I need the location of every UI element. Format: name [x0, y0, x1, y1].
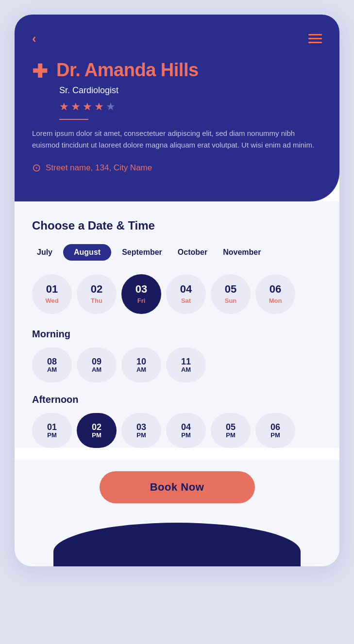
- day-01[interactable]: 01 Wed: [32, 274, 72, 314]
- time-val-04pm: 04: [181, 423, 191, 431]
- header-section: ‹ ✚ Dr. Amanda Hills Sr. Cardiologist ★ …: [15, 15, 339, 201]
- day-name-03: Fri: [137, 297, 146, 304]
- day-num-06: 06: [270, 284, 281, 295]
- time-period-04pm: PM: [181, 431, 191, 439]
- time-val-06pm: 06: [270, 423, 280, 431]
- day-num-01: 01: [46, 284, 58, 295]
- month-july[interactable]: July: [32, 245, 57, 260]
- doctor-specialty: Sr. Cardiologist: [59, 85, 322, 96]
- month-october[interactable]: October: [173, 245, 212, 260]
- time-val-10am: 10: [136, 357, 146, 366]
- afternoon-label: Afternoon: [32, 394, 322, 405]
- star-3: ★: [83, 100, 92, 113]
- time-period-06pm: PM: [270, 431, 280, 439]
- time-period-08am: AM: [47, 366, 57, 373]
- time-val-05pm: 05: [226, 423, 236, 431]
- time-04pm[interactable]: 04 PM: [166, 413, 206, 448]
- star-4: ★: [94, 100, 104, 113]
- time-11am[interactable]: 11 AM: [166, 347, 206, 382]
- menu-button[interactable]: [308, 34, 322, 43]
- time-period-05pm: PM: [226, 431, 236, 439]
- star-5: ★: [106, 100, 116, 113]
- time-period-02pm: PM: [92, 431, 101, 439]
- star-2: ★: [71, 100, 81, 113]
- day-num-02: 02: [91, 284, 102, 295]
- time-val-02pm: 02: [92, 423, 101, 431]
- time-val-08am: 08: [47, 357, 57, 366]
- star-1: ★: [59, 100, 69, 113]
- location-text: Street name, 134, City Name: [46, 163, 152, 173]
- time-10am[interactable]: 10 AM: [121, 347, 161, 382]
- month-august[interactable]: August: [63, 244, 111, 261]
- time-03pm[interactable]: 03 PM: [121, 413, 161, 448]
- day-num-04: 04: [180, 284, 192, 295]
- menu-line-3: [308, 42, 322, 43]
- book-now-button[interactable]: Book Now: [100, 471, 255, 503]
- day-name-01: Wed: [45, 297, 58, 304]
- month-september[interactable]: September: [117, 245, 167, 260]
- time-02pm[interactable]: 02 PM: [77, 413, 117, 448]
- morning-slots: 08 AM 09 AM 10 AM 11 AM: [32, 347, 322, 382]
- time-01pm[interactable]: 01 PM: [32, 413, 72, 448]
- time-val-09am: 09: [92, 357, 101, 366]
- day-04[interactable]: 04 Sat: [166, 274, 206, 314]
- rating-stars: ★ ★ ★ ★ ★: [59, 100, 322, 113]
- day-name-05: Sun: [225, 297, 237, 304]
- doctor-bio: Lorem ipsum dolor sit amet, consectetuer…: [32, 128, 322, 151]
- booking-section: Choose a Date & Time July August Septemb…: [15, 201, 339, 448]
- day-02[interactable]: 02 Thu: [77, 274, 117, 314]
- menu-line-2: [308, 38, 322, 39]
- header-nav: ‹: [32, 32, 322, 45]
- time-05pm[interactable]: 05 PM: [211, 413, 251, 448]
- back-button[interactable]: ‹: [32, 32, 36, 45]
- time-period-10am: AM: [136, 366, 146, 373]
- month-tabs: July August September October November: [32, 244, 322, 261]
- time-period-09am: AM: [92, 366, 101, 373]
- app-card: ‹ ✚ Dr. Amanda Hills Sr. Cardiologist ★ …: [15, 15, 339, 566]
- day-name-02: Thu: [91, 297, 102, 304]
- time-09am[interactable]: 09 AM: [77, 347, 117, 382]
- location-icon: ⊙: [32, 162, 41, 174]
- bottom-arch-decoration: [53, 523, 301, 566]
- day-num-03: 03: [135, 284, 147, 295]
- day-name-04: Sat: [181, 297, 191, 304]
- time-val-03pm: 03: [136, 423, 146, 431]
- doctor-title-row: ✚ Dr. Amanda Hills: [32, 60, 322, 81]
- header-divider: [59, 119, 88, 120]
- morning-label: Morning: [32, 329, 322, 340]
- day-06[interactable]: 06 Mon: [255, 274, 295, 314]
- menu-line-1: [308, 34, 322, 35]
- time-06pm[interactable]: 06 PM: [255, 413, 295, 448]
- section-title: Choose a Date & Time: [32, 219, 322, 232]
- cross-icon: ✚: [32, 62, 48, 81]
- day-05[interactable]: 05 Sun: [211, 274, 251, 314]
- day-name-06: Mon: [269, 297, 282, 304]
- month-november[interactable]: November: [218, 245, 266, 260]
- time-val-01pm: 01: [47, 423, 57, 431]
- book-section: Book Now: [15, 460, 339, 523]
- time-period-03pm: PM: [136, 431, 146, 439]
- time-08am[interactable]: 08 AM: [32, 347, 72, 382]
- day-03[interactable]: 03 Fri: [121, 274, 161, 314]
- phone-container: ‹ ✚ Dr. Amanda Hills Sr. Cardiologist ★ …: [0, 0, 354, 644]
- time-val-11am: 11: [181, 357, 191, 366]
- day-selector: 01 Wed 02 Thu 03 Fri 04 Sat 05 Sun: [32, 274, 322, 314]
- doctor-name: Dr. Amanda Hills: [56, 60, 199, 81]
- time-period-11am: AM: [181, 366, 191, 373]
- time-period-01pm: PM: [47, 431, 57, 439]
- location-row: ⊙ Street name, 134, City Name: [32, 162, 322, 174]
- day-num-05: 05: [225, 284, 236, 295]
- afternoon-slots: 01 PM 02 PM 03 PM 04 PM 05 PM: [32, 413, 322, 448]
